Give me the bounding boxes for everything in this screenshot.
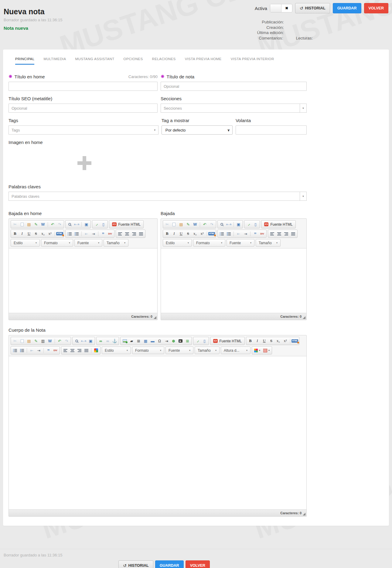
format-combo[interactable]: Formato▾ — [132, 347, 164, 354]
anchor-icon[interactable]: ⚓ — [111, 338, 118, 344]
maximize-icon[interactable]: ↔ — [92, 220, 101, 228]
replace-icon[interactable]: a↔b — [226, 221, 232, 227]
font-combo[interactable]: Fuente▾ — [227, 239, 254, 247]
align-right-icon[interactable] — [131, 231, 137, 237]
undo-icon[interactable]: ↶ — [49, 221, 56, 227]
align-justify-icon[interactable] — [138, 231, 144, 237]
image-icon[interactable] — [121, 338, 128, 344]
maps-icon[interactable] — [93, 347, 99, 353]
outdent-icon[interactable]: ⇤ — [29, 347, 35, 353]
undo-icon[interactable]: ↶ — [202, 221, 208, 227]
toggle-handle[interactable] — [270, 4, 281, 12]
blockquote-icon[interactable]: ” — [100, 231, 106, 237]
source-html-button[interactable]: <> Fuente HTML — [261, 220, 296, 228]
align-justify-icon[interactable] — [83, 347, 90, 353]
blockquote-icon[interactable]: ” — [45, 347, 52, 353]
paste-text-icon[interactable]: ✎ — [33, 338, 39, 344]
strikethrough-icon[interactable]: S — [268, 338, 274, 344]
superscript-icon[interactable]: x² — [47, 231, 53, 237]
unlink-icon[interactable]: ∞ — [104, 338, 111, 344]
copy-icon[interactable] — [19, 338, 25, 344]
replace-icon[interactable]: a↔b — [80, 338, 87, 344]
secciones-select[interactable]: Secciones ▾ — [161, 104, 307, 113]
style-combo[interactable]: Estilo▾ — [11, 239, 40, 247]
align-right-icon[interactable] — [76, 347, 83, 353]
source-html-button[interactable]: <> Fuente HTML — [109, 220, 144, 228]
ordered-list-icon[interactable] — [219, 231, 225, 237]
style-combo[interactable]: Estilo▾ — [163, 239, 192, 247]
history-button[interactable]: ↺ HISTORIAL — [295, 3, 330, 13]
source-html-button[interactable]: <> Fuente HTML — [210, 337, 245, 345]
editor-content[interactable] — [9, 248, 157, 313]
editor-content[interactable] — [9, 356, 306, 510]
ordered-list-icon[interactable] — [12, 347, 18, 353]
undo-icon[interactable]: ↶ — [56, 338, 63, 344]
paste-icon[interactable]: ▤ — [178, 221, 184, 227]
horizontal-rule-icon[interactable]: ▬ — [149, 338, 156, 344]
maximize-icon[interactable]: ↔ — [193, 337, 202, 345]
titulo-home-input[interactable] — [9, 82, 158, 91]
format-combo[interactable]: Formato▾ — [41, 239, 73, 247]
add-image-icon[interactable] — [77, 156, 91, 170]
subscript-icon[interactable]: x₂ — [40, 231, 46, 237]
flash-media-icon[interactable]: ▰ — [128, 338, 135, 344]
titulo-nota-input[interactable] — [161, 82, 307, 91]
size-combo[interactable]: Tamaño▾ — [104, 239, 128, 247]
tags-select[interactable]: Tags ▾ — [9, 125, 159, 135]
show-blocks-icon[interactable]: ▯ — [201, 338, 208, 344]
tab-mustang-assistant[interactable]: MUSTANG ASSISTANT — [75, 57, 114, 65]
size-combo[interactable]: Tamaño▾ — [195, 347, 220, 354]
globe-icon[interactable]: ⊕ — [170, 338, 177, 344]
italic-icon[interactable]: I — [19, 231, 25, 237]
ordered-list-icon[interactable] — [66, 231, 73, 237]
bulleted-list-icon[interactable] — [226, 231, 232, 237]
underline-icon[interactable]: U — [178, 231, 184, 237]
align-left-icon[interactable] — [62, 347, 69, 353]
tab-relaciones[interactable]: RELACIONES — [152, 57, 176, 65]
search-icon[interactable] — [66, 221, 73, 227]
italic-icon[interactable]: I — [254, 338, 261, 344]
ai-assistant-icon[interactable]: ✺ — [161, 74, 165, 79]
chevron-down-icon[interactable]: ▾ — [300, 104, 306, 112]
back-button[interactable]: VOLVER — [186, 560, 210, 568]
size-combo[interactable]: Tamaño▾ — [256, 239, 281, 247]
tag-mostrar-select[interactable]: Por defecto ∨ — [162, 125, 233, 135]
strikethrough-icon[interactable]: S — [185, 231, 191, 237]
align-left-icon[interactable] — [117, 231, 123, 237]
copy-icon[interactable] — [171, 221, 177, 227]
bold-icon[interactable]: B — [247, 338, 254, 344]
align-right-icon[interactable] — [283, 231, 289, 237]
paste-plain-icon[interactable]: ▥ — [40, 338, 46, 344]
font-combo[interactable]: Fuente▾ — [74, 239, 102, 247]
indent-icon[interactable]: ⇥ — [36, 347, 42, 353]
subscript-icon[interactable]: x₂ — [275, 338, 281, 344]
align-justify-icon[interactable] — [290, 231, 296, 237]
outdent-icon[interactable]: ⇤ — [83, 231, 90, 237]
special-char-icon[interactable]: Ω — [156, 338, 163, 344]
active-toggle[interactable]: ✖ — [270, 4, 292, 12]
align-center-icon[interactable] — [69, 347, 76, 353]
save-button[interactable]: GUARDAR — [155, 560, 184, 568]
redo-icon[interactable]: ↷ — [209, 221, 215, 227]
table-icon[interactable]: ▦ — [142, 338, 149, 344]
palabras-claves-select[interactable]: Palabras claves ▾ — [9, 192, 307, 201]
remove-format-icon[interactable]: HTML — [292, 338, 298, 344]
back-button[interactable]: VOLVER — [364, 3, 388, 13]
align-center-icon[interactable] — [124, 231, 130, 237]
editor-content[interactable] — [161, 248, 306, 313]
replace-icon[interactable]: a↔b — [73, 221, 80, 227]
youtube-icon[interactable]: ▶ — [177, 338, 184, 344]
line-height-combo[interactable]: Altura d...▾ — [221, 347, 251, 354]
text-color-button[interactable]: ▾ — [253, 347, 261, 354]
tab-vista-previa-interior[interactable]: VISTA PREVIA INTERIOR — [231, 57, 274, 65]
tab-opciones[interactable]: OPCIONES — [124, 57, 143, 65]
format-combo[interactable]: Formato▾ — [193, 239, 225, 247]
align-left-icon[interactable] — [269, 231, 275, 237]
bold-icon[interactable]: B — [12, 231, 18, 237]
select-all-icon[interactable]: ▣ — [235, 221, 242, 227]
strikethrough-icon[interactable]: S — [33, 231, 39, 237]
maximize-icon[interactable]: ↔ — [244, 220, 253, 228]
underline-icon[interactable]: U — [26, 231, 32, 237]
tab-vista-previa-home[interactable]: VISTA PREVIA HOME — [185, 57, 222, 65]
remove-format-icon[interactable]: HTML — [56, 231, 63, 237]
